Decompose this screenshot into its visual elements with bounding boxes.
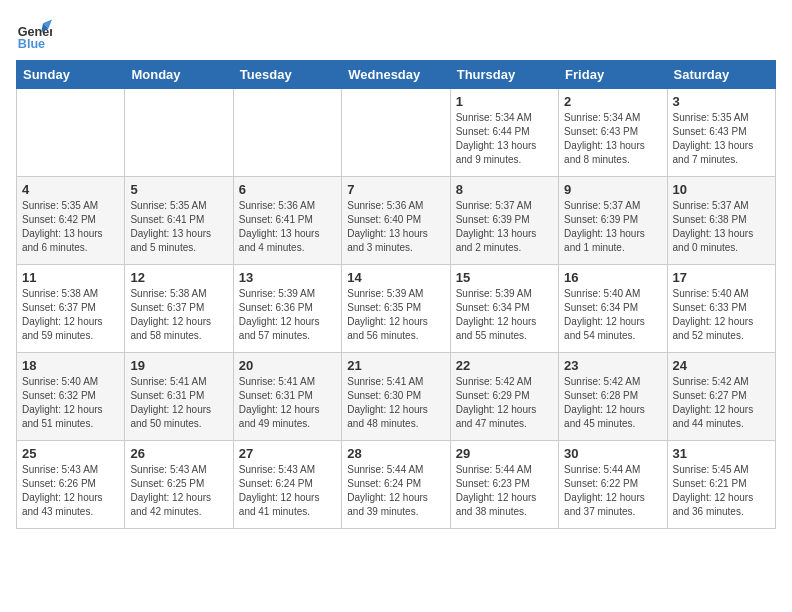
day-cell [125,89,233,177]
day-number: 6 [239,182,336,197]
day-info: Sunrise: 5:40 AM Sunset: 6:34 PM Dayligh… [564,287,661,343]
day-cell: 18Sunrise: 5:40 AM Sunset: 6:32 PM Dayli… [17,353,125,441]
day-cell: 7Sunrise: 5:36 AM Sunset: 6:40 PM Daylig… [342,177,450,265]
day-number: 2 [564,94,661,109]
day-cell: 28Sunrise: 5:44 AM Sunset: 6:24 PM Dayli… [342,441,450,529]
day-cell: 24Sunrise: 5:42 AM Sunset: 6:27 PM Dayli… [667,353,775,441]
day-cell [342,89,450,177]
day-info: Sunrise: 5:35 AM Sunset: 6:43 PM Dayligh… [673,111,770,167]
day-cell: 3Sunrise: 5:35 AM Sunset: 6:43 PM Daylig… [667,89,775,177]
day-number: 9 [564,182,661,197]
day-number: 19 [130,358,227,373]
day-cell: 12Sunrise: 5:38 AM Sunset: 6:37 PM Dayli… [125,265,233,353]
day-cell [233,89,341,177]
header-monday: Monday [125,61,233,89]
day-number: 15 [456,270,553,285]
day-number: 23 [564,358,661,373]
page-container: General Blue Sunday Monday Tuesday Wedne… [16,16,776,529]
day-cell: 26Sunrise: 5:43 AM Sunset: 6:25 PM Dayli… [125,441,233,529]
day-number: 7 [347,182,444,197]
day-info: Sunrise: 5:40 AM Sunset: 6:32 PM Dayligh… [22,375,119,431]
days-header-row: Sunday Monday Tuesday Wednesday Thursday… [17,61,776,89]
day-info: Sunrise: 5:40 AM Sunset: 6:33 PM Dayligh… [673,287,770,343]
day-number: 11 [22,270,119,285]
header-thursday: Thursday [450,61,558,89]
day-cell: 20Sunrise: 5:41 AM Sunset: 6:31 PM Dayli… [233,353,341,441]
day-number: 25 [22,446,119,461]
day-number: 20 [239,358,336,373]
day-cell: 11Sunrise: 5:38 AM Sunset: 6:37 PM Dayli… [17,265,125,353]
day-number: 28 [347,446,444,461]
day-info: Sunrise: 5:36 AM Sunset: 6:40 PM Dayligh… [347,199,444,255]
day-info: Sunrise: 5:39 AM Sunset: 6:36 PM Dayligh… [239,287,336,343]
week-row-3: 11Sunrise: 5:38 AM Sunset: 6:37 PM Dayli… [17,265,776,353]
day-info: Sunrise: 5:39 AM Sunset: 6:35 PM Dayligh… [347,287,444,343]
day-number: 29 [456,446,553,461]
header-sunday: Sunday [17,61,125,89]
week-row-5: 25Sunrise: 5:43 AM Sunset: 6:26 PM Dayli… [17,441,776,529]
day-info: Sunrise: 5:44 AM Sunset: 6:23 PM Dayligh… [456,463,553,519]
day-cell: 8Sunrise: 5:37 AM Sunset: 6:39 PM Daylig… [450,177,558,265]
day-cell: 6Sunrise: 5:36 AM Sunset: 6:41 PM Daylig… [233,177,341,265]
day-info: Sunrise: 5:44 AM Sunset: 6:22 PM Dayligh… [564,463,661,519]
day-info: Sunrise: 5:41 AM Sunset: 6:31 PM Dayligh… [239,375,336,431]
header-friday: Friday [559,61,667,89]
day-cell: 1Sunrise: 5:34 AM Sunset: 6:44 PM Daylig… [450,89,558,177]
day-cell: 13Sunrise: 5:39 AM Sunset: 6:36 PM Dayli… [233,265,341,353]
day-number: 14 [347,270,444,285]
day-cell: 22Sunrise: 5:42 AM Sunset: 6:29 PM Dayli… [450,353,558,441]
day-number: 18 [22,358,119,373]
day-number: 4 [22,182,119,197]
header-tuesday: Tuesday [233,61,341,89]
day-number: 8 [456,182,553,197]
day-cell: 19Sunrise: 5:41 AM Sunset: 6:31 PM Dayli… [125,353,233,441]
day-info: Sunrise: 5:37 AM Sunset: 6:39 PM Dayligh… [564,199,661,255]
day-number: 26 [130,446,227,461]
day-info: Sunrise: 5:34 AM Sunset: 6:44 PM Dayligh… [456,111,553,167]
week-row-1: 1Sunrise: 5:34 AM Sunset: 6:44 PM Daylig… [17,89,776,177]
day-number: 27 [239,446,336,461]
day-number: 21 [347,358,444,373]
day-info: Sunrise: 5:37 AM Sunset: 6:38 PM Dayligh… [673,199,770,255]
day-info: Sunrise: 5:38 AM Sunset: 6:37 PM Dayligh… [22,287,119,343]
day-cell: 29Sunrise: 5:44 AM Sunset: 6:23 PM Dayli… [450,441,558,529]
week-row-4: 18Sunrise: 5:40 AM Sunset: 6:32 PM Dayli… [17,353,776,441]
day-cell: 10Sunrise: 5:37 AM Sunset: 6:38 PM Dayli… [667,177,775,265]
day-cell: 2Sunrise: 5:34 AM Sunset: 6:43 PM Daylig… [559,89,667,177]
logo-icon: General Blue [16,16,52,52]
day-cell: 15Sunrise: 5:39 AM Sunset: 6:34 PM Dayli… [450,265,558,353]
svg-text:Blue: Blue [18,37,45,51]
day-info: Sunrise: 5:44 AM Sunset: 6:24 PM Dayligh… [347,463,444,519]
day-info: Sunrise: 5:37 AM Sunset: 6:39 PM Dayligh… [456,199,553,255]
day-number: 5 [130,182,227,197]
day-info: Sunrise: 5:43 AM Sunset: 6:26 PM Dayligh… [22,463,119,519]
day-number: 22 [456,358,553,373]
day-info: Sunrise: 5:45 AM Sunset: 6:21 PM Dayligh… [673,463,770,519]
week-row-2: 4Sunrise: 5:35 AM Sunset: 6:42 PM Daylig… [17,177,776,265]
day-info: Sunrise: 5:43 AM Sunset: 6:25 PM Dayligh… [130,463,227,519]
day-cell: 4Sunrise: 5:35 AM Sunset: 6:42 PM Daylig… [17,177,125,265]
day-number: 13 [239,270,336,285]
header-saturday: Saturday [667,61,775,89]
day-number: 3 [673,94,770,109]
day-info: Sunrise: 5:34 AM Sunset: 6:43 PM Dayligh… [564,111,661,167]
day-info: Sunrise: 5:42 AM Sunset: 6:27 PM Dayligh… [673,375,770,431]
day-cell: 31Sunrise: 5:45 AM Sunset: 6:21 PM Dayli… [667,441,775,529]
header-wednesday: Wednesday [342,61,450,89]
day-number: 30 [564,446,661,461]
logo: General Blue [16,16,52,52]
day-cell: 21Sunrise: 5:41 AM Sunset: 6:30 PM Dayli… [342,353,450,441]
day-info: Sunrise: 5:42 AM Sunset: 6:29 PM Dayligh… [456,375,553,431]
day-cell: 5Sunrise: 5:35 AM Sunset: 6:41 PM Daylig… [125,177,233,265]
day-number: 24 [673,358,770,373]
day-cell: 14Sunrise: 5:39 AM Sunset: 6:35 PM Dayli… [342,265,450,353]
day-number: 17 [673,270,770,285]
day-info: Sunrise: 5:35 AM Sunset: 6:42 PM Dayligh… [22,199,119,255]
day-number: 16 [564,270,661,285]
day-cell: 17Sunrise: 5:40 AM Sunset: 6:33 PM Dayli… [667,265,775,353]
day-cell: 16Sunrise: 5:40 AM Sunset: 6:34 PM Dayli… [559,265,667,353]
day-number: 1 [456,94,553,109]
day-info: Sunrise: 5:36 AM Sunset: 6:41 PM Dayligh… [239,199,336,255]
day-info: Sunrise: 5:39 AM Sunset: 6:34 PM Dayligh… [456,287,553,343]
day-cell: 25Sunrise: 5:43 AM Sunset: 6:26 PM Dayli… [17,441,125,529]
